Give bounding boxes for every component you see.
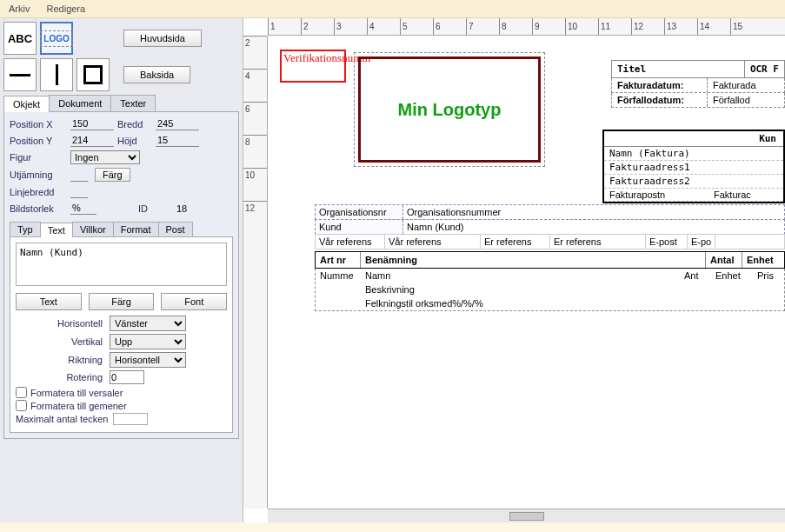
vline-icon [56, 64, 58, 85]
items-table-body[interactable]: Numme Namn Ant Enhet Pris Beskrivning Fe… [315, 269, 785, 311]
main-tabs: Okjekt Dokument Texter [3, 95, 239, 112]
ruler-tick: 5 [400, 18, 433, 35]
your-ref-value[interactable]: Er referens [550, 235, 646, 249]
halign-label: Horisontell [16, 318, 103, 329]
tab-texts[interactable]: Texter [110, 95, 156, 111]
color-button[interactable]: Färg [95, 168, 130, 182]
subtab-format[interactable]: Format [113, 222, 159, 236]
invoice-info-box[interactable]: Titel OCR F Fakturadatum: Fakturada Förf… [611, 60, 785, 108]
email-label: E-post [646, 235, 688, 249]
height-input[interactable] [156, 134, 199, 147]
ruler-tick: 14 [697, 18, 730, 35]
valign-label: Vertikal [16, 336, 103, 347]
ruler-tick: 4 [367, 18, 400, 35]
ruler-tick: 15 [730, 18, 763, 35]
ruler-tick: 2 [243, 36, 267, 69]
tr-desc: Beskrivning [361, 283, 419, 296]
tool-rect[interactable] [77, 58, 110, 91]
menu-edit[interactable]: Redigera [47, 3, 86, 14]
verification-number-field[interactable]: Verifikationsnumm [280, 50, 346, 83]
your-ref-label: Er referens [481, 235, 550, 249]
tab-object[interactable]: Okjekt [3, 96, 50, 112]
scrollbar-thumb[interactable] [509, 512, 544, 521]
lowercase-label: Formatera till gemener [30, 401, 127, 411]
rect-icon [83, 65, 103, 84]
posy-label: Position Y [10, 136, 67, 146]
text-color-button[interactable]: Färg [89, 293, 155, 310]
rotation-input[interactable] [110, 370, 144, 384]
maxchars-input[interactable] [113, 413, 148, 425]
ocr-header: OCR F [745, 61, 784, 77]
font-button[interactable]: Font [161, 293, 227, 310]
text-button[interactable]: Text [16, 293, 82, 310]
our-ref-value[interactable]: Vår referens [385, 235, 481, 249]
ruler-tick: 9 [532, 18, 565, 35]
ruler-vertical: 24681012 [243, 36, 268, 509]
due-date-label: Förfallodatum: [612, 93, 708, 107]
email-value[interactable]: E-po [688, 235, 715, 249]
ruler-tick: 2 [301, 18, 334, 35]
logo-text: Min Logotyp [398, 100, 502, 120]
kund-label: Kund [316, 220, 402, 234]
direction-select[interactable]: Horisontell [110, 352, 186, 368]
th-name: Benämning [361, 252, 706, 268]
posy-input[interactable] [70, 134, 114, 147]
subtab-villkor[interactable]: Villkor [72, 222, 114, 236]
linewidth-input[interactable] [70, 185, 88, 198]
posx-input[interactable] [70, 117, 114, 130]
ruler-tick: 7 [466, 18, 499, 35]
width-input[interactable] [156, 117, 199, 130]
kund-value[interactable]: Namn (Kund) [402, 220, 784, 234]
tool-logo[interactable]: LOGO [40, 22, 73, 55]
customer-header: Kun [604, 131, 783, 147]
tr-qty: Ant [680, 269, 711, 283]
ruler-tick: 1 [268, 18, 301, 35]
imgsize-input[interactable] [70, 202, 96, 215]
ruler-tick: 8 [499, 18, 532, 35]
tr-discount: Felkningstil orksmed%/%/% [361, 296, 488, 310]
figure-select[interactable]: Ingen [70, 150, 140, 164]
orgnr-value[interactable]: Organisationsnummer [402, 205, 784, 219]
back-page-button[interactable]: Baksida [123, 66, 190, 83]
canvas-area[interactable]: 123456789101112131415 24681012 Verifikat… [243, 18, 785, 522]
id-label: ID [138, 203, 173, 214]
ruler-tick: 10 [565, 18, 598, 35]
lowercase-checkbox[interactable] [16, 400, 27, 411]
figure-label: Figur [10, 152, 67, 163]
ruler-tick: 4 [243, 69, 267, 102]
our-ref-label: Vår referens [316, 235, 385, 249]
subtab-text[interactable]: Text [40, 223, 73, 237]
imgsize-label: Bildstorlek [10, 203, 67, 214]
tab-document[interactable]: Dokument [49, 95, 111, 111]
customer-box[interactable]: Kun Namn (Faktura)Fakturaadress1Fakturaa… [602, 130, 785, 203]
text-content-input[interactable]: Namn (Kund) [16, 243, 227, 286]
menu-file[interactable]: Arkiv [9, 3, 30, 14]
main-page-button[interactable]: Huvudsida [123, 30, 202, 47]
subtab-type[interactable]: Typ [10, 222, 41, 236]
horizontal-scrollbar[interactable] [268, 509, 785, 522]
logo-field[interactable]: Min Logotyp [358, 57, 541, 163]
tool-hline[interactable] [3, 58, 37, 91]
valign-select[interactable]: Upp [110, 334, 186, 349]
ruler-tick: 10 [243, 168, 267, 201]
subtab-post[interactable]: Post [158, 222, 193, 236]
th-qty: Antal [706, 252, 742, 268]
uppercase-checkbox[interactable] [16, 387, 27, 398]
page-surface[interactable]: Verifikationsnumm Min Logotyp Titel OCR … [271, 39, 785, 509]
orgnr-label: Organisationsnr [316, 205, 402, 219]
ruler-horizontal: 123456789101112131415 [268, 18, 785, 36]
customer-row: Namn (Faktura) [604, 147, 783, 161]
hline-icon [10, 74, 30, 76]
title-header: Titel [612, 61, 745, 77]
tool-vline[interactable] [40, 58, 73, 91]
tool-text[interactable]: ABC [3, 22, 37, 55]
align-input[interactable] [70, 169, 88, 182]
ruler-tick: 8 [243, 135, 267, 168]
invoice-date-value: Fakturada [708, 78, 762, 92]
halign-select[interactable]: Vänster [110, 316, 186, 331]
ruler-tick: 13 [664, 18, 697, 35]
th-artnr: Art nr [316, 252, 361, 268]
tr-name: Namn [361, 269, 680, 283]
ruler-tick: 12 [631, 18, 664, 35]
left-panel: ABC LOGO Huvudsida Baksida Okjekt Dokume… [0, 18, 243, 522]
